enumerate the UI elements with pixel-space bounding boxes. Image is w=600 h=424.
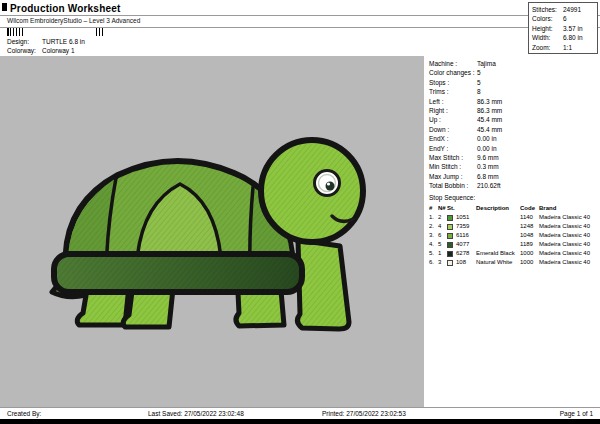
thread-code: 1000 <box>520 258 539 267</box>
info-label: Stops : <box>429 78 477 87</box>
thread-number: 4077 <box>456 240 476 249</box>
bottom-bar <box>0 419 600 424</box>
colorway-label: Colorway: <box>7 47 42 55</box>
info-row: Min Stitch :0.3 mm <box>429 162 598 171</box>
design-barcode-end-icon <box>96 28 105 36</box>
thread-code: 1248 <box>520 222 539 231</box>
info-label: Machine : <box>429 59 477 68</box>
footer-page-number: Page 1 of 1 <box>560 410 593 417</box>
info-value: 45.4 mm <box>477 115 502 124</box>
stat-value: 3.57 in <box>563 24 583 33</box>
stat-value: 6 <box>563 14 567 23</box>
info-label: Max Jump : <box>429 172 477 181</box>
design-value: TURTLE 6.8 in <box>42 38 85 46</box>
thread-code: 1189 <box>520 240 539 249</box>
thread-description: Natural White <box>476 258 520 267</box>
col-header: Brand <box>539 204 597 213</box>
col-header: St. <box>447 204 476 213</box>
info-value: 45.4 mm <box>477 125 502 134</box>
info-label: Color changes : <box>429 68 477 77</box>
app-icon <box>2 3 7 11</box>
info-row: Color changes :5 <box>429 68 598 77</box>
thread-number: 1051 <box>456 213 476 222</box>
stop-sequence-header: # N# St. Description Code Brand <box>429 204 597 213</box>
stop-sequence-row: 4. 5 4077 1189 Madeira Classic 40 <box>429 240 597 249</box>
info-value: 0.00 in <box>477 144 497 153</box>
stop-index: 3. <box>429 231 438 240</box>
stop-index: 1. <box>429 213 438 222</box>
info-value: 210.62ft <box>477 181 501 190</box>
info-label: Trims : <box>429 87 477 96</box>
footer-created-by: Created By: <box>7 410 41 417</box>
stat-row: Width:6.80 in <box>532 33 595 42</box>
thread-number: 108 <box>456 258 476 267</box>
thread-color-swatch <box>447 224 453 230</box>
turtle-design-image <box>48 134 372 334</box>
stop-sequence-row: 1. 2 1051 1140 Madeira Classic 40 <box>429 213 597 222</box>
thread-brand: Madeira Classic 40 <box>539 240 597 249</box>
thread-description: Emerald Black <box>476 249 520 258</box>
stop-sequence-row: 6. 3 108 Natural White 1000 Madeira Clas… <box>429 258 597 267</box>
design-canvas <box>0 56 424 407</box>
thread-code: 1140 <box>520 213 539 222</box>
thread-color-swatch <box>447 251 453 257</box>
divider <box>0 27 600 28</box>
stat-value: 24991 <box>563 5 581 14</box>
stat-label: Zoom: <box>532 43 563 52</box>
footer-divider <box>0 407 600 408</box>
info-value: 8 <box>477 87 481 96</box>
turtle-body <box>52 140 363 329</box>
stop-index: 2. <box>429 222 438 231</box>
stop-needle: 4 <box>438 222 447 231</box>
thread-code: 1000 <box>520 249 539 258</box>
info-label: EndX : <box>429 134 477 143</box>
info-row: Max Jump :6.8 mm <box>429 172 598 181</box>
divider <box>0 15 600 16</box>
info-value: 6.8 mm <box>477 172 499 181</box>
info-label: Down : <box>429 125 477 134</box>
info-label: Max Stitch : <box>429 153 477 162</box>
thread-color-swatch <box>447 260 453 266</box>
stop-sequence-row: 5. 1 6278 Emerald Black 1000 Madeira Cla… <box>429 249 597 258</box>
thread-number: 7359 <box>456 222 476 231</box>
info-row: Max Stitch :9.6 mm <box>429 153 598 162</box>
design-barcode-icon <box>7 28 23 36</box>
thread-brand: Madeira Classic 40 <box>539 249 597 258</box>
info-value: 5 <box>477 78 481 87</box>
thread-color-swatch <box>447 233 453 239</box>
info-row: Right :86.3 mm <box>429 106 598 115</box>
thread-color-swatch <box>447 242 453 248</box>
info-value: 0.3 mm <box>477 162 499 171</box>
footer-last-saved: Last Saved: 27/05/2022 23:02:48 <box>148 410 244 417</box>
stop-needle: 1 <box>438 249 447 258</box>
design-stats-box: Stitches:24991 Colors:6 Height:3.57 in W… <box>528 2 598 54</box>
info-value: 0.00 in <box>477 134 497 143</box>
stop-index: 6. <box>429 258 438 267</box>
info-row: EndY :0.00 in <box>429 144 598 153</box>
stop-sequence-row: 2. 4 7359 1248 Madeira Classic 40 <box>429 222 597 231</box>
stop-sequence-title: Stop Sequence: <box>429 194 475 201</box>
info-label: Up : <box>429 115 477 124</box>
footer-printed: Printed: 27/05/2022 23:02:53 <box>322 410 406 417</box>
info-value: 86.3 mm <box>477 106 502 115</box>
stop-needle: 6 <box>438 231 447 240</box>
info-row: Stops :5 <box>429 78 598 87</box>
stat-label: Width: <box>532 33 563 42</box>
app-subtitle: Wilcom EmbroideryStudio – Level 3 Advanc… <box>7 17 140 24</box>
col-header: Code <box>520 204 539 213</box>
stat-label: Colors: <box>532 14 563 23</box>
info-value: 86.3 mm <box>477 97 502 106</box>
stop-needle: 5 <box>438 240 447 249</box>
stat-value: 6.80 in <box>563 33 583 42</box>
turtle-eye <box>315 171 340 196</box>
stat-row: Stitches:24991 <box>532 5 595 14</box>
col-header: # <box>429 204 438 213</box>
design-field: Design: TURTLE 6.8 in <box>7 38 85 46</box>
stop-index: 5. <box>429 249 438 258</box>
info-value: 9.6 mm <box>477 153 499 162</box>
thread-brand: Madeira Classic 40 <box>539 222 597 231</box>
stat-row: Colors:6 <box>532 14 595 23</box>
info-label: Left : <box>429 97 477 106</box>
machine-info: Machine :Tajima Color changes :5 Stops :… <box>429 59 598 191</box>
colorway-value: Colorway 1 <box>42 47 75 55</box>
